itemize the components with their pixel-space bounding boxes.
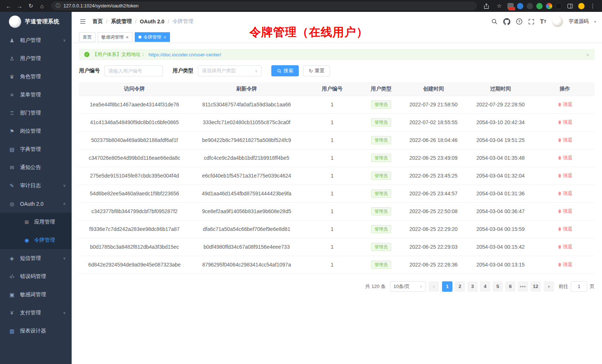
close-icon[interactable]: × (126, 35, 129, 40)
page-size-value: 10条/页 (393, 283, 410, 290)
force-logout-button[interactable]: 强退 (557, 137, 573, 143)
tab-1[interactable]: 敏感词管理× (98, 32, 132, 42)
sidebar-item-post[interactable]: ⚑岗位管理 (0, 122, 72, 140)
bookmark-star-icon[interactable]: ☆ (494, 1, 504, 11)
extension-icon[interactable] (536, 3, 543, 9)
force-logout-button[interactable]: 强退 (557, 244, 573, 250)
collapse-sidebar-icon[interactable] (79, 18, 86, 25)
force-logout-button[interactable]: 强退 (557, 101, 573, 108)
sidebar-item-pay[interactable]: ¥支付管理∨ (0, 304, 72, 322)
sidebar-item-sensitiveword[interactable]: ▣敏感词管理 (0, 285, 72, 304)
sidebar-item-report[interactable]: ▥报表设计器 (0, 322, 72, 340)
sidebar-item-oauth2-token[interactable]: ◉令牌管理 (0, 231, 72, 249)
breadcrumb-item[interactable]: OAuth 2.0 (140, 19, 164, 24)
browser-menu-icon[interactable]: ⋮ (588, 1, 598, 11)
browser-profile-avatar[interactable] (578, 3, 585, 9)
action-cell: 强退 (535, 256, 595, 274)
doc-link[interactable]: https://doc.iocoder.cn/user-center/ (148, 52, 221, 57)
notice-icon: ✉ (8, 165, 16, 171)
user-type-select[interactable]: 请选择用户类型 ∨ (198, 65, 262, 76)
tab-2[interactable]: 令牌管理× (135, 32, 170, 42)
sidebar-menu: ♟租户管理∨♙用户管理♛角色管理≡菜单管理♖部门管理⚑岗位管理▤字典管理✉通知公… (0, 31, 72, 340)
force-logout-button[interactable]: 强退 (557, 208, 573, 215)
username[interactable]: 芋道源码 (569, 18, 589, 25)
refresh-token-cell: cdfc4ce9c2da4bb1bdf21b9918ff4be5 (190, 149, 304, 167)
table-row: 6d842e2924594de9a09e45e087323abe8796295f… (79, 256, 595, 274)
sidebar-item-errorcode[interactable]: ‹/›错误码管理 (0, 267, 72, 285)
side-panel-icon[interactable] (565, 1, 575, 11)
user-type-badge: 管理员 (371, 154, 391, 162)
goto-page-input[interactable] (571, 281, 587, 292)
search-icon[interactable] (491, 18, 498, 25)
sidebar-item-user[interactable]: ♙用户管理 (0, 49, 72, 67)
force-logout-button[interactable]: 强退 (557, 155, 573, 161)
forward-icon[interactable]: → (15, 1, 24, 11)
sidebar-item-tenant[interactable]: ♟租户管理∨ (0, 31, 72, 49)
extension-icon[interactable] (507, 3, 514, 9)
page-button-6[interactable]: 6 (505, 281, 516, 292)
extension-icon[interactable] (517, 3, 523, 9)
extension-icon[interactable] (527, 3, 533, 9)
force-logout-button[interactable]: 强退 (557, 172, 573, 179)
tab-0[interactable]: 首页 (79, 32, 95, 42)
help-icon[interactable]: ? (516, 18, 523, 25)
page-button-1[interactable]: 1 (442, 281, 452, 292)
page-button-5[interactable]: 5 (493, 281, 503, 292)
access-token-cell: 54d6be82ee5a460a9aedc1f9bf223656 (79, 185, 190, 202)
refresh-icon[interactable]: ↻ (26, 1, 36, 11)
goto-page: 前往 页 (559, 281, 595, 292)
force-logout-label: 强退 (563, 190, 573, 197)
breadcrumb-item[interactable]: 首页 (92, 18, 103, 25)
fullscreen-icon[interactable] (528, 19, 534, 25)
page-size-select[interactable]: 10条/页 ∨ (390, 281, 426, 292)
next-page-button[interactable]: › (544, 281, 554, 292)
sidebar-item-audit[interactable]: ✎审计日志∨ (0, 176, 72, 195)
sidebar-item-role[interactable]: ♛角色管理 (0, 67, 72, 86)
page-ellipsis[interactable]: ••• (518, 281, 528, 292)
report-designer-icon: ▥ (8, 328, 16, 334)
close-icon[interactable]: × (164, 35, 167, 40)
sidebar-item-sms[interactable]: ◈短信管理∨ (0, 249, 72, 267)
sidebar-item-menu[interactable]: ≡菜单管理 (0, 86, 72, 104)
force-logout-button[interactable]: 强退 (557, 261, 573, 268)
force-logout-button[interactable]: 强退 (557, 190, 573, 197)
sidebar-item-dept[interactable]: ♖部门管理 (0, 104, 72, 122)
role-icon: ♛ (8, 74, 16, 80)
access-token-cell: 41c41346a548490f9dc8b01c6bfe0865 (79, 113, 190, 131)
close-icon[interactable]: × (586, 52, 589, 58)
breadcrumb-item: 令牌管理 (173, 18, 193, 25)
prev-page-button[interactable]: ‹ (429, 281, 439, 292)
search-button[interactable]: 搜索 (271, 65, 299, 76)
page-button-4[interactable]: 4 (480, 281, 490, 292)
user-id-input[interactable] (104, 65, 163, 76)
tab-label: 首页 (83, 34, 92, 40)
reset-button[interactable]: ↻ 重置 (303, 65, 330, 76)
column-header: 刷新令牌 (190, 82, 304, 96)
extension-icon[interactable] (546, 3, 552, 9)
page-button-12[interactable]: 12 (530, 281, 541, 292)
refresh-token-cell: e6cfd40eb1f54571a31e775e039c4624 (190, 167, 304, 185)
user-avatar[interactable] (552, 16, 563, 27)
github-icon[interactable] (503, 18, 510, 25)
font-size-icon[interactable]: TT (540, 19, 546, 25)
back-icon[interactable]: ← (4, 1, 13, 11)
force-logout-button[interactable]: 强退 (557, 226, 573, 232)
sidebar-item-oauth2-app[interactable]: ⊞应用管理 (0, 213, 72, 231)
force-logout-button[interactable]: 强退 (557, 119, 573, 126)
home-icon[interactable]: ⌂ (37, 1, 47, 11)
page-button-3[interactable]: 3 (467, 281, 478, 292)
site-info-icon[interactable]: ⓘ (56, 3, 60, 9)
breadcrumb-item[interactable]: 系统管理 (111, 18, 132, 25)
address-bar[interactable]: ⓘ 127.0.0.1:1024/system/oauth2/token (51, 1, 477, 10)
create-time-cell: 2022-06-25 22:29:20 (401, 220, 466, 238)
sidebar-item-dict[interactable]: ▤字典管理 (0, 140, 72, 158)
share-icon[interactable] (481, 1, 491, 11)
page-button-2[interactable]: 2 (455, 281, 465, 292)
pagination: 共 120 条 10条/页 ∨ ‹ 123456•••12 › 前往 页 (79, 281, 595, 292)
sidebar-item-label: 字典管理 (20, 146, 41, 153)
app-title: 芋道管理系统 (25, 18, 59, 25)
extension-icon[interactable] (556, 3, 562, 9)
sidebar-item-notice[interactable]: ✉通知公告 (0, 158, 72, 176)
app-logo[interactable]: 芋道管理系统 (0, 12, 72, 31)
sidebar-item-oauth2[interactable]: ◎OAuth 2.0∧ (0, 195, 72, 213)
